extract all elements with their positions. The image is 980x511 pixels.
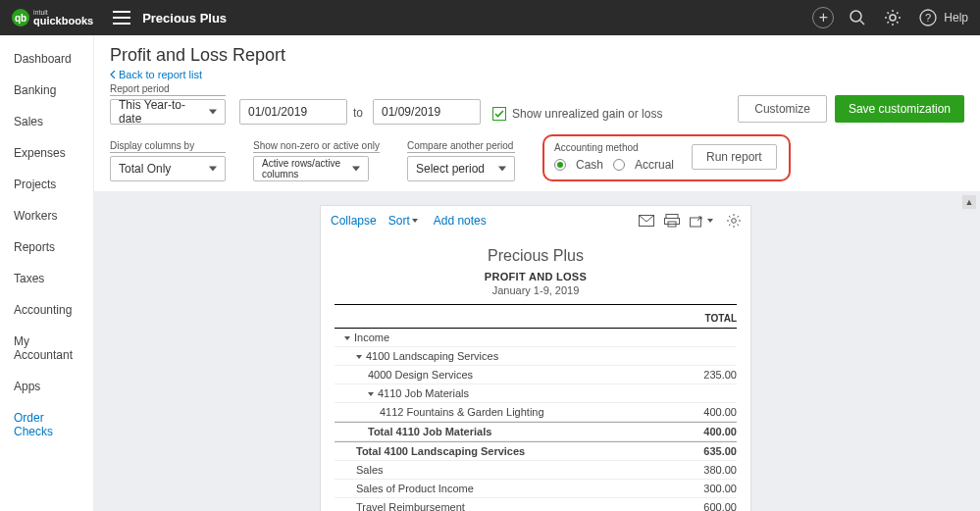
nonzero-select[interactable]: Active rows/active columns <box>253 156 369 181</box>
to-label: to <box>353 106 363 120</box>
sidebar-item-dashboard[interactable]: Dashboard <box>0 43 93 75</box>
sidebar-item-taxes[interactable]: Taxes <box>0 263 93 294</box>
sidebar-item-order-checks[interactable]: Order Checks <box>0 402 93 447</box>
row-4110[interactable]: 4110 Job Materials <box>335 384 737 403</box>
report-company: Precious Plus <box>335 247 737 265</box>
report-title: PROFIT AND LOSS <box>335 271 737 282</box>
company-name[interactable]: Precious Plus <box>142 11 227 26</box>
settings-icon[interactable] <box>727 214 741 228</box>
unrealized-label: Show unrealized gain or loss <box>512 107 662 121</box>
main-content: Profit and Loss Report Back to report li… <box>94 35 980 511</box>
svg-point-0 <box>851 11 861 22</box>
help-label[interactable]: Help <box>944 11 968 25</box>
back-link-label: Back to report list <box>119 69 202 80</box>
report-surface: ▲ Collapse Sort Add notes Precious Plus … <box>94 191 980 511</box>
accrual-radio[interactable] <box>613 159 625 171</box>
date-from-input[interactable]: 01/01/2019 <box>239 99 347 125</box>
chevron-down-icon <box>412 219 418 223</box>
accrual-radio-label: Accrual <box>635 158 674 172</box>
page-title: Profit and Loss Report <box>110 45 964 66</box>
sort-dropdown[interactable]: Sort <box>388 214 422 228</box>
display-columns-label: Display columns by <box>110 140 226 153</box>
sidebar-item-apps[interactable]: Apps <box>0 371 93 402</box>
brand-qb: quickbooks <box>33 16 93 26</box>
sidebar-item-my-accountant[interactable]: My Accountant <box>0 326 93 371</box>
sidebar-item-projects[interactable]: Projects <box>0 169 93 200</box>
unrealized-checkbox[interactable] <box>492 107 506 121</box>
sidebar-item-workers[interactable]: Workers <box>0 200 93 231</box>
add-icon[interactable]: + <box>812 7 834 28</box>
compare-label: Compare another period <box>407 140 515 153</box>
sidebar-item-accounting[interactable]: Accounting <box>0 294 93 326</box>
accounting-method-highlight: Accounting method Cash Accrual Run repor… <box>542 134 791 181</box>
date-to-input[interactable]: 01/09/2019 <box>373 99 481 125</box>
sidebar-item-sales[interactable]: Sales <box>0 106 93 137</box>
gear-icon[interactable] <box>881 6 904 29</box>
svg-point-10 <box>732 219 737 224</box>
add-notes-link[interactable]: Add notes <box>434 214 487 228</box>
menu-toggle-icon[interactable] <box>113 11 130 25</box>
customize-button[interactable]: Customize <box>738 95 827 123</box>
back-to-report-list-link[interactable]: Back to report list <box>110 69 202 80</box>
report-period-label: Report period <box>110 83 226 96</box>
svg-text:?: ? <box>925 12 931 24</box>
save-customization-button[interactable]: Save customization <box>835 95 964 123</box>
report-card: Collapse Sort Add notes Precious Plus PR… <box>320 205 751 511</box>
svg-line-1 <box>860 21 864 25</box>
row-total-4100: Total 4100 Landscaping Services635.00 <box>335 441 737 461</box>
report-period-select[interactable]: This Year-to-date <box>110 99 226 125</box>
top-bar: qb intuit quickbooks Precious Plus + ? H… <box>0 0 980 35</box>
cash-radio[interactable] <box>554 159 566 171</box>
row-travel-reimb[interactable]: Travel Reimbursement600.00 <box>335 498 737 511</box>
row-4112[interactable]: 4112 Fountains & Garden Lighting400.00 <box>335 403 737 422</box>
cash-radio-label: Cash <box>576 158 603 172</box>
scroll-up-icon[interactable]: ▲ <box>962 195 976 209</box>
brand-text: intuit quickbooks <box>33 9 93 26</box>
report-rows: Income 4100 Landscaping Services 4000 De… <box>335 329 737 511</box>
compare-select[interactable]: Select period <box>407 156 515 181</box>
row-spi[interactable]: Sales of Product Income300.00 <box>335 480 737 498</box>
export-icon[interactable] <box>690 214 717 228</box>
row-total-4110: Total 4110 Job Materials400.00 <box>335 422 737 441</box>
qb-logo-icon: qb <box>12 9 29 26</box>
run-report-button[interactable]: Run report <box>692 144 777 170</box>
row-4000[interactable]: 4000 Design Services235.00 <box>335 366 737 384</box>
row-sales[interactable]: Sales380.00 <box>335 461 737 480</box>
help-icon[interactable]: ? <box>916 6 940 29</box>
column-header-total: TOTAL <box>335 309 737 329</box>
email-icon[interactable] <box>639 214 654 228</box>
accounting-method-label: Accounting method <box>554 142 674 154</box>
print-icon[interactable] <box>664 214 680 228</box>
sidebar-item-reports[interactable]: Reports <box>0 231 93 263</box>
report-date-range: January 1-9, 2019 <box>335 284 737 296</box>
display-columns-select[interactable]: Total Only <box>110 156 226 181</box>
search-icon[interactable] <box>846 6 869 29</box>
nonzero-label: Show non-zero or active only <box>253 140 380 153</box>
row-4100[interactable]: 4100 Landscaping Services <box>335 347 737 366</box>
svg-rect-6 <box>666 215 678 219</box>
sidebar-item-expenses[interactable]: Expenses <box>0 137 93 169</box>
sidebar: Dashboard Banking Sales Expenses Project… <box>0 35 94 511</box>
row-income[interactable]: Income <box>335 329 737 347</box>
sidebar-item-banking[interactable]: Banking <box>0 75 93 106</box>
svg-point-2 <box>890 15 896 21</box>
chevron-down-icon <box>707 219 713 223</box>
collapse-link[interactable]: Collapse <box>331 214 377 228</box>
